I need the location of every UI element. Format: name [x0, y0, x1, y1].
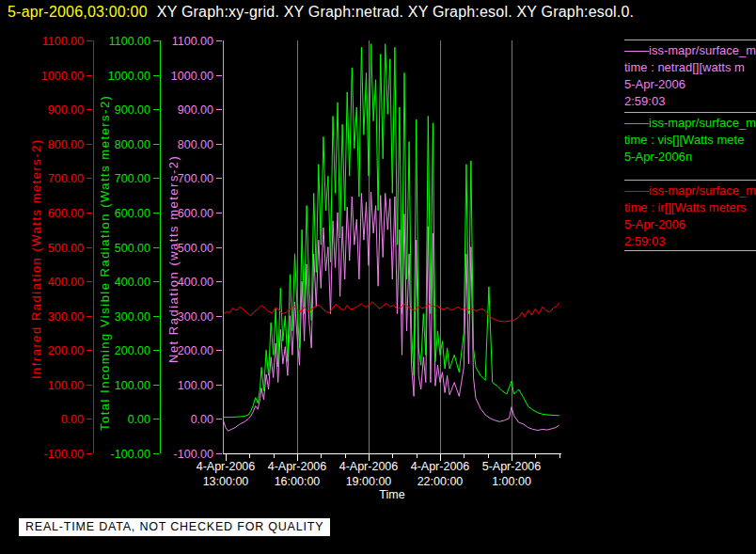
legend-entry-line: ——iss-mapr/surface_m — [624, 182, 756, 199]
y-tick-label: 900.00 — [115, 103, 150, 117]
legend-entry-ir: ——iss-mapr/surface_mtime : ir[][Watts me… — [624, 181, 756, 250]
y-tick-label: -100.00 — [44, 448, 84, 461]
legend-entry-line: 5-Apr-2006 — [624, 216, 756, 233]
legend-entry-line: 5-Apr-2006n — [624, 149, 756, 166]
x-tick-date-label: 5-Apr-2006 — [482, 460, 542, 473]
y-tick-label: 200.00 — [178, 344, 213, 357]
y-tick-label: 400.00 — [178, 276, 213, 289]
y-tick-label: 800.00 — [115, 138, 150, 151]
legend-entry-line: time : vis[][Watts mete — [624, 132, 756, 149]
x-tick-date-label: 4-Apr-2006 — [268, 460, 327, 473]
x-tick-time-label: 19:00:00 — [346, 475, 392, 488]
y-tick-label: 700.00 — [178, 172, 213, 185]
y-tick-label: 400.00 — [48, 276, 84, 289]
series-line-netrad — [224, 192, 559, 431]
legend-entry-netrad: ——iss-mapr/surface_mtime : netrad[][watt… — [624, 40, 756, 112]
y-axis-ir: 1100.001000.00900.00800.00700.00600.0050… — [41, 35, 94, 461]
x-tick-time-label: 13:00:00 — [203, 475, 249, 488]
legend-entry-line: time : netrad[][watts m — [624, 59, 756, 76]
y-tick-label: -100.00 — [111, 448, 150, 461]
y-tick-label: 300.00 — [115, 310, 150, 324]
y-axis-vis: 1100.001000.00900.00800.00700.00600.0050… — [108, 35, 161, 461]
graph-window: 5-apr-2006,03:00:00XY Graph:xy-grid. XY … — [0, 0, 756, 554]
y-tick-label: 900.00 — [178, 103, 213, 117]
y-tick-label: 100.00 — [115, 379, 150, 392]
y-tick-label: 1100.00 — [109, 35, 150, 48]
y-axis-netrad: 1100.001000.00900.00800.00700.00600.0050… — [171, 35, 224, 461]
quality-banner: REAL-TIME DATA, NOT CHECKED FOR QUALITY — [19, 518, 330, 536]
y-tick-label: 100.00 — [48, 379, 84, 392]
y-tick-label: 1000.00 — [41, 70, 84, 83]
legend-entry-line: 2:59:03 — [624, 93, 756, 110]
x-tick-date-label: 4-Apr-2006 — [197, 460, 256, 473]
x-tick-date-label: 4-Apr-2006 — [339, 460, 399, 473]
y-tick-label: 500.00 — [48, 242, 84, 255]
y-tick-label: 400.00 — [115, 276, 150, 289]
series-line-ir — [224, 302, 559, 322]
legend: ——iss-mapr/surface_mtime : netrad[][watt… — [624, 40, 756, 251]
y-tick-label: 0.00 — [61, 413, 84, 426]
y-tick-label: 600.00 — [48, 207, 84, 220]
y-tick-label: 300.00 — [178, 310, 213, 324]
y-tick-label: 500.00 — [115, 242, 150, 255]
x-tick-time-label: 16:00:00 — [275, 475, 321, 488]
y-tick-label: 500.00 — [178, 242, 213, 255]
y-tick-label: 1000.00 — [171, 70, 213, 83]
legend-divider — [624, 250, 756, 251]
y-tick-label: 300.00 — [48, 310, 84, 324]
y-tick-label: 800.00 — [178, 138, 213, 151]
y-tick-label: 900.00 — [48, 103, 84, 117]
y-tick-label: 700.00 — [48, 172, 84, 185]
y-tick-label: 1000.00 — [108, 70, 150, 83]
y-tick-label: 0.00 — [128, 413, 150, 426]
x-axis: 4-Apr-200613:00:004-Apr-200616:00:004-Ap… — [197, 454, 561, 489]
y-tick-label: -100.00 — [174, 448, 213, 461]
y-tick-label: 700.00 — [115, 172, 150, 185]
y-tick-label: 200.00 — [115, 344, 150, 357]
legend-entry-line: ——iss-mapr/surface_m — [624, 115, 756, 132]
legend-entry-line: ——iss-mapr/surface_m — [624, 42, 756, 59]
y-tick-label: 800.00 — [48, 138, 84, 151]
legend-entry-line: 5-Apr-2006 — [624, 76, 756, 93]
x-tick-time-label: 22:00:00 — [417, 475, 464, 488]
x-tick-date-label: 4-Apr-2006 — [411, 460, 470, 473]
x-axis-title: Time — [223, 488, 561, 501]
legend-entry-vis: ——iss-mapr/surface_mtime : vis[][Watts m… — [624, 113, 756, 180]
y-tick-label: 600.00 — [178, 207, 213, 220]
legend-entry-line: time : ir[][Watts meters — [624, 199, 756, 216]
x-tick-time-label: 1:00:00 — [492, 475, 531, 488]
y-tick-label: 1100.00 — [42, 35, 84, 48]
y-tick-label: 100.00 — [178, 379, 213, 392]
y-tick-label: 200.00 — [48, 344, 84, 357]
y-tick-label: 1100.00 — [172, 35, 213, 48]
y-tick-label: 600.00 — [115, 207, 150, 220]
y-tick-label: 0.00 — [191, 413, 213, 426]
legend-entry-line: 2:59:03 — [624, 233, 756, 250]
